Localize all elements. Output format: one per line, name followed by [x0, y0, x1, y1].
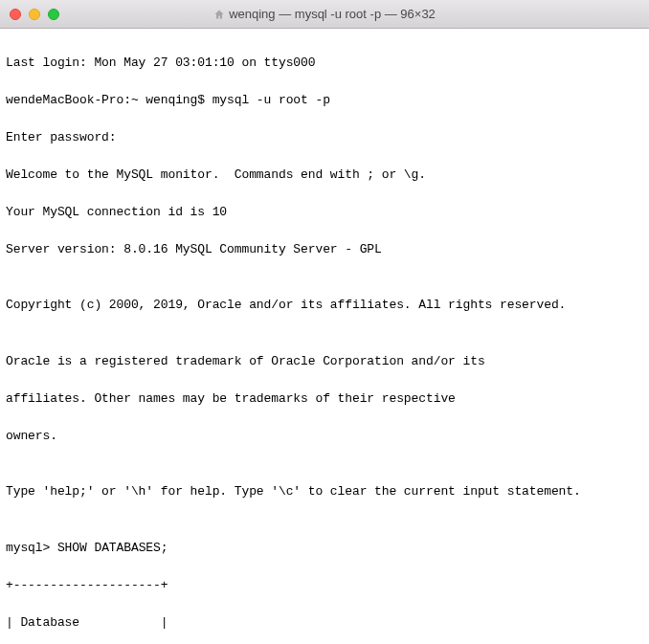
window-title: wenqing — mysql -u root -p — 96×32: [229, 7, 436, 21]
terminal-line: owners.: [6, 427, 643, 446]
home-icon: [213, 9, 225, 20]
terminal-line: Last login: Mon May 27 03:01:10 on ttys0…: [6, 54, 643, 73]
terminal-line: Type 'help;' or '\h' for help. Type '\c'…: [6, 482, 643, 501]
minimize-button[interactable]: [29, 9, 40, 20]
window-titlebar: wenqing — mysql -u root -p — 96×32: [0, 0, 649, 29]
traffic-lights: [10, 9, 59, 20]
table-separator: +--------------------+: [6, 576, 643, 595]
window-title-wrap: wenqing — mysql -u root -p — 96×32: [0, 7, 649, 21]
terminal-content[interactable]: Last login: Mon May 27 03:01:10 on ttys0…: [0, 29, 649, 644]
shell-prompt: wendeMacBook-Pro:~ wenqing$: [6, 93, 213, 107]
table-header: | Database |: [6, 613, 643, 633]
mysql-command: SHOW DATABASES;: [57, 541, 168, 555]
terminal-line: Server version: 8.0.16 MySQL Community S…: [6, 240, 643, 259]
terminal-line: mysql> SHOW DATABASES;: [6, 539, 643, 558]
terminal-line: Copyright (c) 2000, 2019, Oracle and/or …: [6, 296, 643, 315]
terminal-line: Welcome to the MySQL monitor. Commands e…: [6, 166, 643, 185]
mysql-prompt: mysql>: [6, 541, 57, 555]
terminal-line: wendeMacBook-Pro:~ wenqing$ mysql -u roo…: [6, 91, 643, 110]
terminal-line: Enter password:: [6, 128, 643, 147]
maximize-button[interactable]: [48, 9, 59, 20]
shell-command: mysql -u root -p: [213, 93, 330, 107]
terminal-line: Oracle is a registered trademark of Orac…: [6, 352, 643, 371]
terminal-line: affiliates. Other names may be trademark…: [6, 389, 643, 409]
terminal-line: Your MySQL connection id is 10: [6, 203, 643, 222]
close-button[interactable]: [10, 9, 21, 20]
